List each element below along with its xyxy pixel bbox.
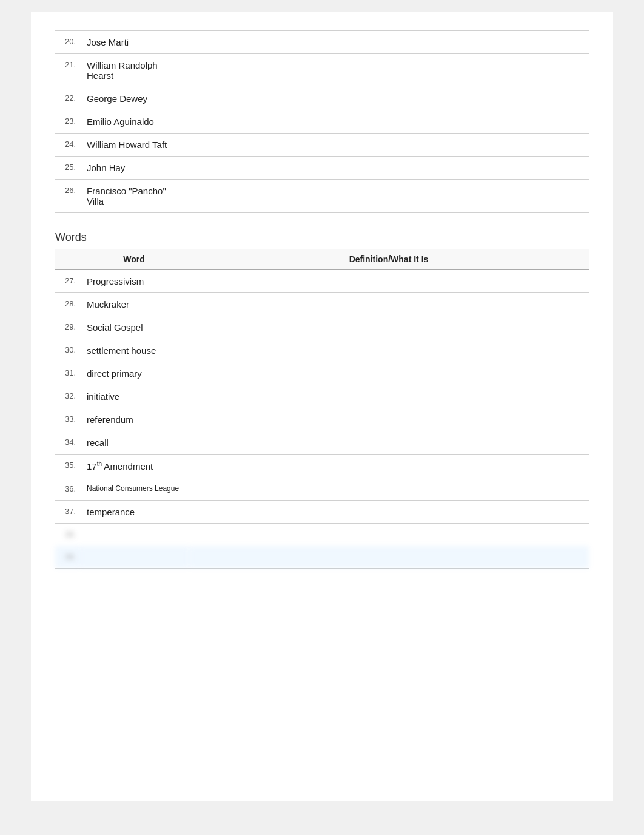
row-word: temperance (79, 501, 189, 524)
row-definition[interactable] (189, 524, 589, 546)
row-number: 25. (55, 157, 79, 180)
table-row: 28.Muckraker (55, 293, 589, 316)
row-number: 22. (55, 87, 79, 110)
row-definition[interactable] (189, 87, 589, 110)
row-number: 27. (55, 269, 79, 293)
row-word: Muckraker (79, 293, 189, 316)
row-definition[interactable] (189, 501, 589, 524)
row-word: Progressivism (79, 269, 189, 293)
row-word: Francisco "Pancho" Villa (79, 180, 189, 213)
row-definition[interactable] (189, 110, 589, 134)
words-section: Words Word Definition/What It Is 27.Prog… (55, 231, 589, 569)
row-number: 29. (55, 316, 79, 339)
words-section-label: Words (55, 231, 589, 244)
row-word: National Consumers League (79, 478, 189, 501)
table-row: 20.Jose Marti (55, 31, 589, 54)
row-word (79, 524, 189, 546)
table-row: 35.17th Amendment (55, 455, 589, 478)
row-definition[interactable] (189, 339, 589, 362)
row-number: 31. (55, 362, 79, 385)
row-word: direct primary (79, 362, 189, 385)
row-word: Emilio Aguinaldo (79, 110, 189, 134)
row-word: George Dewey (79, 87, 189, 110)
table-row: 32.initiative (55, 385, 589, 408)
table-row: 31.direct primary (55, 362, 589, 385)
row-word: referendum (79, 408, 189, 431)
row-number: 24. (55, 134, 79, 157)
row-definition[interactable] (189, 546, 589, 569)
row-number: 33. (55, 408, 79, 431)
table-row: 38. (55, 524, 589, 546)
row-definition[interactable] (189, 157, 589, 180)
row-word: recall (79, 431, 189, 455)
row-number: 37. (55, 501, 79, 524)
words-table-header: Word Definition/What It Is (55, 249, 589, 270)
row-number: 23. (55, 110, 79, 134)
row-word: settlement house (79, 339, 189, 362)
row-word (79, 546, 189, 569)
row-definition[interactable] (189, 316, 589, 339)
table-row: 23.Emilio Aguinaldo (55, 110, 589, 134)
row-number: 20. (55, 31, 79, 54)
row-definition[interactable] (189, 478, 589, 501)
table-row: 36.National Consumers League (55, 478, 589, 501)
row-definition[interactable] (189, 54, 589, 87)
row-word: William Howard Taft (79, 134, 189, 157)
table-row: 39. (55, 546, 589, 569)
row-number: 21. (55, 54, 79, 87)
table-row: 29.Social Gospel (55, 316, 589, 339)
table-row: 21.William Randolph Hearst (55, 54, 589, 87)
row-word: William Randolph Hearst (79, 54, 189, 87)
people-section: 20.Jose Marti 21.William Randolph Hearst… (55, 30, 589, 213)
table-row: 30.settlement house (55, 339, 589, 362)
row-word: initiative (79, 385, 189, 408)
row-number: 26. (55, 180, 79, 213)
table-row: 37.temperance (55, 501, 589, 524)
row-definition[interactable] (189, 134, 589, 157)
row-word: Social Gospel (79, 316, 189, 339)
table-row: 34.recall (55, 431, 589, 455)
row-word: Jose Marti (79, 31, 189, 54)
row-number: 35. (55, 455, 79, 478)
row-definition[interactable] (189, 293, 589, 316)
row-definition[interactable] (189, 362, 589, 385)
table-row: 26.Francisco "Pancho" Villa (55, 180, 589, 213)
table-row: 25.John Hay (55, 157, 589, 180)
table-row: 22.George Dewey (55, 87, 589, 110)
row-definition[interactable] (189, 408, 589, 431)
header-def-col: Definition/What It Is (189, 249, 589, 270)
row-word: John Hay (79, 157, 189, 180)
table-row: 27.Progressivism (55, 269, 589, 293)
table-row: 24.William Howard Taft (55, 134, 589, 157)
row-definition[interactable] (189, 455, 589, 478)
row-number: 34. (55, 431, 79, 455)
row-number: 39. (55, 546, 79, 569)
row-definition[interactable] (189, 31, 589, 54)
header-num-col (55, 249, 79, 270)
row-definition[interactable] (189, 269, 589, 293)
page: 20.Jose Marti 21.William Randolph Hearst… (31, 12, 613, 801)
row-definition[interactable] (189, 431, 589, 455)
row-number: 28. (55, 293, 79, 316)
row-word: 17th Amendment (79, 455, 189, 478)
row-number: 32. (55, 385, 79, 408)
row-number: 36. (55, 478, 79, 501)
row-number: 30. (55, 339, 79, 362)
row-definition[interactable] (189, 385, 589, 408)
header-word-col: Word (79, 249, 189, 270)
table-row: 33.referendum (55, 408, 589, 431)
row-definition[interactable] (189, 180, 589, 213)
row-number: 38. (55, 524, 79, 546)
